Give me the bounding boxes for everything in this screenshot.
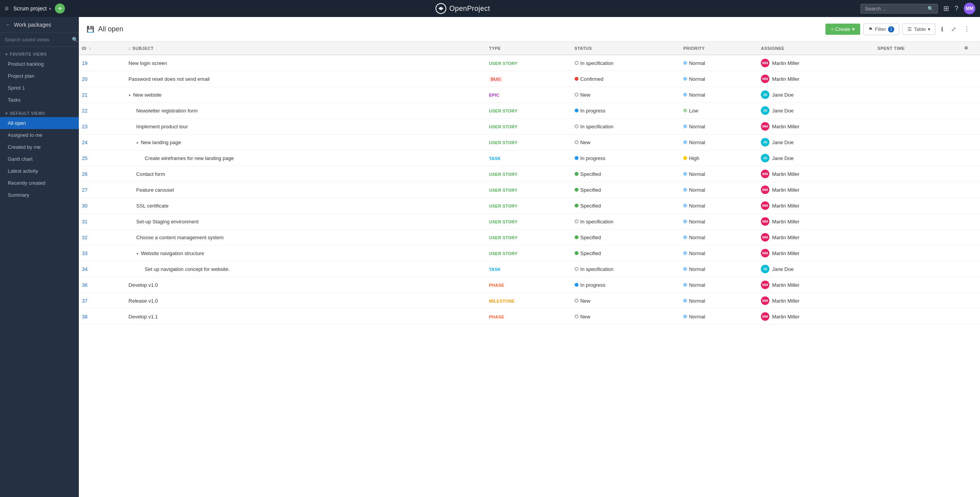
sidebar-search-box[interactable]: 🔍	[0, 33, 79, 47]
main-layout: ← Work packages 🔍 ▾ FAVORITE VIEWS Produ…	[0, 17, 980, 497]
row-id-27[interactable]: 27	[79, 182, 126, 198]
subject-text[interactable]: Set-up Staging environment	[136, 219, 199, 225]
row-id-21[interactable]: 21	[79, 87, 126, 103]
subject-text[interactable]: Newsletter registration form	[136, 108, 198, 114]
sidebar-back-nav[interactable]: ← Work packages	[0, 17, 79, 33]
row-id-22[interactable]: 22	[79, 103, 126, 119]
global-search-input[interactable]	[865, 6, 925, 12]
subject-text[interactable]: Develop v1.1	[129, 314, 158, 320]
sort-icon-id[interactable]: ↑	[89, 46, 92, 51]
info-button[interactable]: ℹ	[939, 23, 946, 35]
row-id-24[interactable]: 24	[79, 134, 126, 150]
row-subject-22[interactable]: Newsletter registration form	[126, 103, 486, 119]
grid-icon[interactable]: ⊞	[943, 4, 949, 13]
col-header-settings[interactable]: ⚙	[952, 42, 980, 55]
subject-text[interactable]: SSL certificate	[136, 203, 168, 209]
status-label: New	[580, 92, 590, 98]
more-button[interactable]: ⋮	[961, 23, 972, 35]
row-id-37[interactable]: 37	[79, 293, 126, 309]
row-subject-24[interactable]: ▾ New landing page	[126, 134, 486, 150]
table-header: ID ↑ ↕SUBJECT TYPE STATUS PRIORITY ASSIG…	[79, 42, 980, 55]
row-spent-time-27	[875, 182, 952, 198]
subject-text[interactable]: Website navigation structure	[141, 250, 204, 256]
subject-text[interactable]: Contact form	[136, 171, 165, 177]
row-subject-32[interactable]: Choose a content management system	[126, 230, 486, 245]
subject-text[interactable]: Choose a content management system	[136, 235, 224, 240]
subject-text[interactable]: New login screen	[129, 60, 167, 66]
row-id-32[interactable]: 32	[79, 230, 126, 245]
project-selector[interactable]: Scrum project ▾	[14, 5, 51, 12]
row-subject-36[interactable]: Develop v1.0	[126, 277, 486, 293]
collapse-arrow-icon[interactable]: ▾	[136, 141, 140, 145]
subject-text[interactable]: Feature carousel	[136, 187, 174, 193]
row-assignee-37: MMMartin Miller	[758, 293, 875, 309]
sidebar-item-all-open[interactable]: All open	[0, 117, 79, 129]
sidebar-item-assigned-to-me[interactable]: Assigned to me	[0, 129, 79, 141]
row-subject-33[interactable]: ▾ Website navigation structure	[126, 245, 486, 261]
row-spent-time-31	[875, 214, 952, 230]
subject-text[interactable]: Password reset does not send email	[129, 76, 210, 82]
default-views-group[interactable]: ▾ DEFAULT VIEWS	[0, 106, 79, 117]
sidebar-item-project-plan[interactable]: Project plan	[0, 70, 79, 82]
row-subject-30[interactable]: SSL certificate	[126, 198, 486, 214]
row-id-38[interactable]: 38	[79, 309, 126, 325]
favorite-views-group[interactable]: ▾ FAVORITE VIEWS	[0, 47, 79, 58]
sort-icon-subject[interactable]: ↕	[129, 46, 131, 51]
menu-icon[interactable]: ≡	[5, 5, 9, 13]
row-subject-21[interactable]: ▾ New website	[126, 87, 486, 103]
col-header-spent: SPENT TIME	[875, 42, 952, 55]
sidebar-item-created-by-me[interactable]: Created by me	[0, 141, 79, 153]
row-id-36[interactable]: 36	[79, 277, 126, 293]
row-subject-26[interactable]: Contact form	[126, 166, 486, 182]
table-view-button[interactable]: ☰ Table ▾	[902, 24, 936, 35]
row-id-33[interactable]: 33	[79, 245, 126, 261]
sidebar-search-input[interactable]	[5, 37, 70, 43]
row-status-32: Specified	[572, 230, 680, 245]
row-subject-38[interactable]: Develop v1.1	[126, 309, 486, 325]
sidebar-item-recently-created[interactable]: Recently created	[0, 177, 79, 189]
row-subject-27[interactable]: Feature carousel	[126, 182, 486, 198]
row-id-26[interactable]: 26	[79, 166, 126, 182]
global-search-box[interactable]: 🔍	[861, 4, 938, 14]
subject-text[interactable]: New website	[133, 92, 162, 98]
row-id-20[interactable]: 20	[79, 71, 126, 87]
collapse-arrow-icon[interactable]: ▾	[129, 93, 132, 97]
subject-text[interactable]: New landing page	[141, 140, 181, 145]
subject-text[interactable]: Implement product tour	[136, 124, 188, 129]
row-subject-31[interactable]: Set-up Staging environment	[126, 214, 486, 230]
row-id-19[interactable]: 19	[79, 55, 126, 71]
row-priority-36: Normal	[680, 277, 758, 293]
row-id-23[interactable]: 23	[79, 119, 126, 134]
row-subject-19[interactable]: New login screen	[126, 55, 486, 71]
sidebar-item-sprint-1[interactable]: Sprint 1	[0, 82, 79, 94]
row-id-31[interactable]: 31	[79, 214, 126, 230]
sidebar-item-latest-activity[interactable]: Latest activity	[0, 165, 79, 177]
row-id-30[interactable]: 30	[79, 198, 126, 214]
add-button[interactable]: +	[55, 3, 65, 14]
sidebar-item-summary[interactable]: Summary	[0, 189, 79, 201]
row-subject-25[interactable]: Create wireframes for new landing page	[126, 150, 486, 166]
row-subject-37[interactable]: Release v1.0	[126, 293, 486, 309]
row-subject-20[interactable]: Password reset does not send email	[126, 71, 486, 87]
filter-button[interactable]: ⚑ Filter 1	[863, 24, 899, 35]
subject-text[interactable]: Develop v1.0	[129, 282, 158, 288]
row-subject-34[interactable]: Set up navigation concept for website.	[126, 261, 486, 277]
sidebar-item-tasks[interactable]: Tasks	[0, 94, 79, 106]
subject-text[interactable]: Create wireframes for new landing page	[145, 155, 234, 161]
priority-dot-icon	[683, 188, 687, 192]
help-icon[interactable]: ?	[954, 5, 958, 13]
sidebar-item-gantt-chart[interactable]: Gantt chart	[0, 153, 79, 165]
row-subject-23[interactable]: Implement product tour	[126, 119, 486, 134]
subject-text[interactable]: Release v1.0	[129, 298, 158, 304]
priority-label: High	[689, 155, 699, 161]
collapse-arrow-icon[interactable]: ▾	[136, 252, 140, 256]
subject-text[interactable]: Set up navigation concept for website.	[145, 266, 230, 272]
create-button[interactable]: + Create ▾	[825, 24, 860, 35]
user-avatar[interactable]: MM	[964, 3, 975, 14]
row-id-25[interactable]: 25	[79, 150, 126, 166]
priority-label: Normal	[689, 124, 705, 129]
sidebar-item-product-backlog[interactable]: Product backlog	[0, 58, 79, 70]
table-row: 22Newsletter registration formUSER STORY…	[79, 103, 980, 119]
expand-button[interactable]: ⤢	[949, 23, 958, 35]
row-id-34[interactable]: 34	[79, 261, 126, 277]
